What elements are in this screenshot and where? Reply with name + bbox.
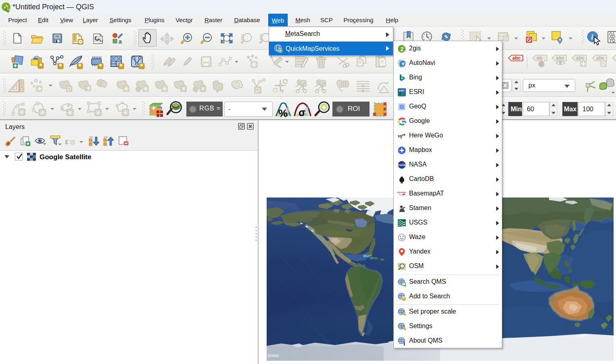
svg-text:%: %	[278, 107, 288, 118]
svg-text:*: *	[39, 62, 42, 69]
svg-text:basemap: basemap	[397, 191, 406, 193]
svg-text:σ: σ	[299, 107, 305, 118]
svg-text:*: *	[140, 62, 143, 69]
svg-text:*: *	[78, 62, 81, 69]
svg-text:*: *	[99, 62, 102, 69]
svg-text:*: *	[403, 296, 405, 301]
svg-text:i: i	[403, 340, 405, 346]
svg-text:a: a	[119, 38, 122, 44]
svg-text:abc: abc	[556, 55, 564, 61]
svg-text:ab: ab	[537, 55, 542, 61]
svg-text:*: *	[59, 62, 62, 69]
svg-text:abc: abc	[596, 55, 605, 61]
svg-text:2: 2	[400, 46, 403, 52]
svg-text:abc: abc	[512, 55, 521, 61]
svg-text:esri: esri	[399, 89, 404, 92]
svg-text:*: *	[119, 62, 123, 69]
svg-text:abc: abc	[576, 55, 585, 61]
